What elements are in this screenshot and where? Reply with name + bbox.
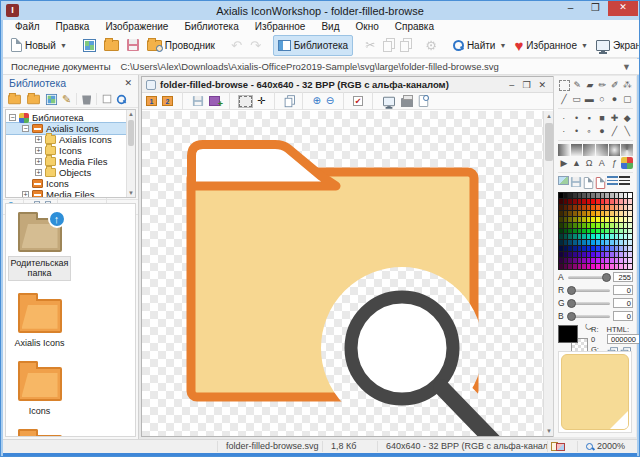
select-rect-tool[interactable] <box>559 80 570 91</box>
palette-color-cell[interactable] <box>578 211 582 216</box>
palette-color-cell[interactable] <box>615 205 619 210</box>
palette-color-cell[interactable] <box>582 193 586 198</box>
palette-color-cell[interactable] <box>582 258 586 263</box>
cut-button[interactable]: ✂ <box>361 35 379 56</box>
menu-item-1[interactable]: Правка <box>49 21 97 32</box>
palette-color-cell[interactable] <box>605 252 609 257</box>
palette-color-cell[interactable] <box>587 223 591 228</box>
delete-trash-icon[interactable] <box>82 94 91 105</box>
print-preview-icon[interactable] <box>419 95 428 107</box>
palette-color-cell[interactable] <box>596 211 600 216</box>
palette-color-cell[interactable] <box>628 240 632 245</box>
palette-color-cell[interactable] <box>605 264 609 269</box>
palette-color-cell[interactable] <box>615 193 619 198</box>
palette-color-cell[interactable] <box>573 246 577 251</box>
palette-color-cell[interactable] <box>582 199 586 204</box>
drawing-canvas[interactable] <box>142 111 543 436</box>
palette-color-cell[interactable] <box>628 229 632 234</box>
palette-color-cell[interactable] <box>559 199 563 204</box>
palette-color-cell[interactable] <box>578 205 582 210</box>
scroll-up-icon[interactable]: ▲ <box>127 111 135 117</box>
palette-color-cell[interactable] <box>601 205 605 210</box>
brush-size-12[interactable]: ╲ <box>621 125 633 137</box>
palette-color-cell[interactable] <box>573 258 577 263</box>
palette-color-cell[interactable] <box>601 223 605 228</box>
palette-color-cell[interactable] <box>591 264 595 269</box>
palette-color-cell[interactable] <box>628 258 632 263</box>
new-project-button[interactable] <box>79 35 100 56</box>
palette-color-cell[interactable] <box>624 205 628 210</box>
slider-track[interactable] <box>568 302 610 305</box>
palette-color-cell[interactable] <box>578 223 582 228</box>
palette-color-cell[interactable] <box>615 264 619 269</box>
html-color-field[interactable]: 000000 <box>607 334 640 344</box>
slider-track[interactable] <box>568 315 610 318</box>
rotate-tool[interactable]: Ω <box>583 157 595 169</box>
status-zoom[interactable]: 2000% <box>577 441 637 452</box>
palette-color-cell[interactable] <box>601 193 605 198</box>
delete-palette-icon[interactable] <box>596 177 605 189</box>
palette-color-cell[interactable] <box>596 258 600 263</box>
palette-color-cell[interactable] <box>628 199 632 204</box>
palette-color-cell[interactable] <box>587 246 591 251</box>
add-format-icon[interactable] <box>209 96 220 106</box>
palette-color-cell[interactable] <box>559 193 563 198</box>
palette-color-cell[interactable] <box>573 240 577 245</box>
palette-color-cell[interactable] <box>564 205 568 210</box>
palette-color-cell[interactable] <box>591 234 595 239</box>
doc-close-button[interactable]: ✕ <box>538 80 546 90</box>
brush-size-9[interactable]: ∘ <box>583 125 595 137</box>
palette-color-cell[interactable] <box>559 211 563 216</box>
brush-tool[interactable]: ✐ <box>609 79 620 91</box>
palette-color-cell[interactable] <box>578 252 582 257</box>
palette-color-cell[interactable] <box>601 234 605 239</box>
palette-color-cell[interactable] <box>628 193 632 198</box>
palette-color-cell[interactable] <box>610 205 614 210</box>
palette-color-cell[interactable] <box>596 223 600 228</box>
palette-color-cell[interactable] <box>591 252 595 257</box>
search-library-icon[interactable] <box>117 94 126 103</box>
explorer-button[interactable]: Проводник <box>143 35 219 56</box>
gradient-5[interactable] <box>609 144 621 156</box>
filled-ellipse-tool[interactable]: ● <box>609 93 621 105</box>
palette-color-cell[interactable] <box>619 246 623 251</box>
palette-color-cell[interactable] <box>591 199 595 204</box>
palette-color-cell[interactable] <box>596 240 600 245</box>
palette-color-cell[interactable] <box>578 264 582 269</box>
tree-scrollbar[interactable]: ▲ ▼ <box>126 110 135 197</box>
palette-color-cell[interactable] <box>624 193 628 198</box>
palette-color-cell[interactable] <box>610 211 614 216</box>
palette-color-cell[interactable] <box>578 229 582 234</box>
palette-list-icon[interactable] <box>607 176 618 185</box>
pan-hand-icon[interactable]: ✛ <box>257 95 265 107</box>
settings-button[interactable]: ⚙ <box>421 35 441 56</box>
flip-horizontal-tool[interactable]: ▶ <box>558 157 570 169</box>
text-tool[interactable]: A <box>596 157 608 169</box>
palette-color-cell[interactable] <box>559 229 563 234</box>
palette-color-cell[interactable] <box>596 229 600 234</box>
palette-color-cell[interactable] <box>591 217 595 222</box>
palette-color-cell[interactable] <box>573 199 577 204</box>
flip-vertical-tool[interactable]: ▲ <box>571 157 583 169</box>
menu-item-0[interactable]: Файл <box>8 21 47 32</box>
new-button[interactable]: Новый▼ <box>7 35 71 56</box>
brush-size-5[interactable]: ✚ <box>609 112 621 124</box>
copy-button[interactable] <box>379 35 396 56</box>
palette-color-cell[interactable] <box>624 234 628 239</box>
palette-color-cell[interactable] <box>573 264 577 269</box>
menu-item-7[interactable]: Справка <box>388 21 441 32</box>
filled-rectangle-tool[interactable]: ▬ <box>583 93 595 105</box>
ellipse-tool[interactable]: ○ <box>596 93 608 105</box>
palette-color-cell[interactable] <box>610 252 614 257</box>
new-palette-icon[interactable] <box>584 177 593 189</box>
brush-size-4[interactable]: ■ <box>596 112 608 124</box>
palette-color-cell[interactable] <box>615 211 619 216</box>
gradient-1[interactable] <box>558 144 570 156</box>
palette-color-cell[interactable] <box>587 229 591 234</box>
palette-color-cell[interactable] <box>564 258 568 263</box>
tree-item-7[interactable]: +Media Files <box>6 189 135 198</box>
palette-color-cell[interactable] <box>573 234 577 239</box>
tree-item-1[interactable]: −Axialis Icons <box>6 123 135 134</box>
palette-color-cell[interactable] <box>601 229 605 234</box>
palette-color-cell[interactable] <box>564 240 568 245</box>
